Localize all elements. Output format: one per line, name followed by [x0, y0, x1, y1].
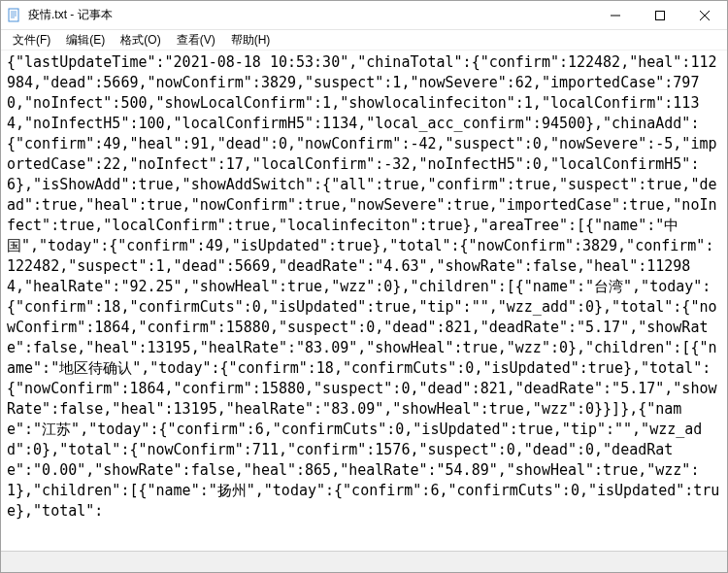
window-title: 疫情.txt - 记事本: [28, 7, 593, 23]
notepad-icon: [7, 8, 22, 23]
notepad-window: 疫情.txt - 记事本 文件(F) 编辑(E) 格式(O) 查看(V) 帮助(…: [0, 0, 728, 573]
window-controls: [593, 1, 727, 29]
svg-rect-0: [9, 9, 18, 21]
menu-view[interactable]: 查看(V): [169, 30, 223, 51]
menubar: 文件(F) 编辑(E) 格式(O) 查看(V) 帮助(H): [1, 30, 727, 51]
maximize-button[interactable]: [638, 1, 682, 29]
statusbar: [1, 551, 727, 572]
close-button[interactable]: [682, 1, 727, 29]
menu-file[interactable]: 文件(F): [5, 30, 58, 51]
minimize-button[interactable]: [593, 1, 638, 29]
text-content[interactable]: {"lastUpdateTime":"2021-08-18 10:53:30",…: [1, 51, 727, 551]
titlebar[interactable]: 疫情.txt - 记事本: [1, 1, 727, 30]
menu-format[interactable]: 格式(O): [113, 30, 168, 51]
menu-edit[interactable]: 编辑(E): [58, 30, 113, 51]
svg-rect-6: [656, 11, 665, 19]
menu-help[interactable]: 帮助(H): [223, 30, 279, 51]
